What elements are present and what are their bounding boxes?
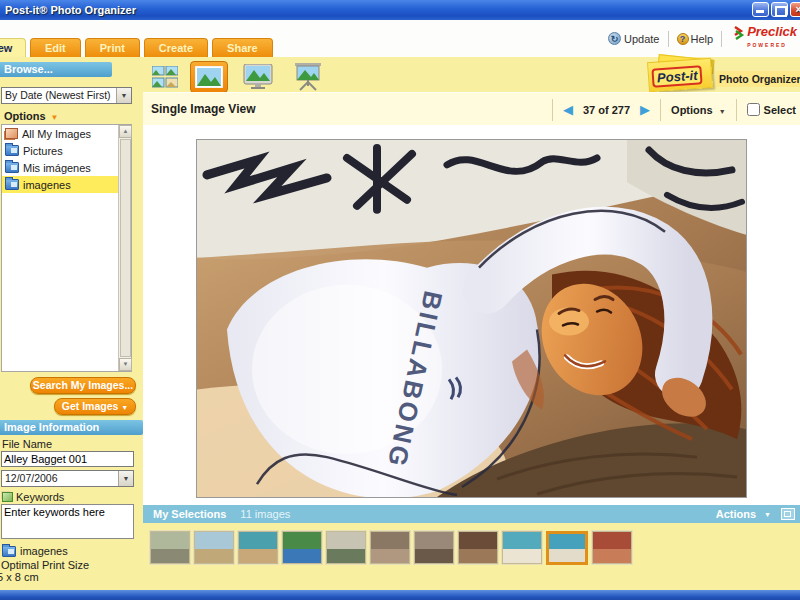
folder-item-pictures[interactable]: Pictures xyxy=(2,142,131,159)
postit-logo: Post-it Photo Organizer xyxy=(644,59,800,95)
print-size-label: Optimal Print Size xyxy=(1,559,89,571)
chevron-down-icon: ▼ xyxy=(719,108,726,115)
thumbnail[interactable] xyxy=(150,531,190,564)
window-title: Post-it® Photo Organizer xyxy=(5,4,136,16)
actions-button[interactable]: Actions ▼ xyxy=(716,508,781,520)
divider xyxy=(668,31,669,47)
keywords-input[interactable]: Enter keywords here xyxy=(1,504,134,539)
thumbnail[interactable] xyxy=(238,531,278,564)
folder-icon xyxy=(5,179,19,190)
image-canvas: BILLABONG xyxy=(143,125,800,505)
previous-image-icon[interactable]: ◀ xyxy=(563,103,573,116)
folder-item-mis-imagenes[interactable]: Mis imágenes xyxy=(2,159,131,176)
app-window: Post-it® Photo Organizer × ↻ Update ? He… xyxy=(0,0,800,600)
sidebar-options-button[interactable]: Options▼ xyxy=(4,110,58,122)
scrollbar-thumb[interactable] xyxy=(120,139,131,357)
divider xyxy=(552,99,553,121)
tab-share[interactable]: Share xyxy=(212,38,273,57)
titlebar: Post-it® Photo Organizer × xyxy=(0,0,800,20)
keywords-label: Keywords xyxy=(2,491,64,503)
print-size-value: 5 x 8 cm xyxy=(0,571,39,583)
tab-edit[interactable]: Edit xyxy=(30,38,81,57)
image-position: 37 of 277 xyxy=(583,104,630,116)
preclick-logo: Preclick POWERED xyxy=(734,26,797,51)
folder-icon xyxy=(2,546,16,557)
thumbnail-view-icon xyxy=(152,66,178,88)
main-photo: BILLABONG xyxy=(196,139,747,498)
divider xyxy=(736,99,737,121)
image-information-header: Image Information xyxy=(0,420,143,435)
chevron-down-icon: ▼ xyxy=(51,113,59,122)
update-button[interactable]: ↻ Update xyxy=(608,32,659,45)
view-toolbar: Post-it Photo Organizer xyxy=(143,57,800,92)
thumbnail[interactable] xyxy=(546,531,588,565)
date-dropdown[interactable]: 12/07/2006 ▼ xyxy=(1,470,134,487)
thumbnail[interactable] xyxy=(458,531,498,564)
thumbnail[interactable] xyxy=(592,531,632,564)
divider xyxy=(721,31,722,47)
dropdown-arrow-icon[interactable]: ▼ xyxy=(118,471,133,486)
slideshow-view-button[interactable] xyxy=(290,60,326,94)
tab-create[interactable]: Create xyxy=(144,38,208,57)
thumbnail[interactable] xyxy=(194,531,234,564)
thumbnail-size-icon[interactable] xyxy=(781,508,795,520)
selections-title: My Selections xyxy=(153,508,226,520)
window-controls: × xyxy=(752,2,800,17)
folder-icon xyxy=(5,145,19,156)
thumbnail[interactable] xyxy=(370,531,410,564)
search-my-images-button[interactable]: Search My Images... xyxy=(30,377,136,394)
chevron-down-icon: ▼ xyxy=(764,511,771,518)
maximize-icon[interactable] xyxy=(771,2,788,17)
divider xyxy=(660,99,661,121)
single-image-view-button[interactable] xyxy=(190,61,228,93)
scroll-down-icon[interactable]: ▼ xyxy=(119,358,132,371)
window-bottom-border xyxy=(0,590,800,600)
my-selections-bar: My Selections 11 images Actions ▼ xyxy=(143,505,800,523)
postit-subtitle: Photo Organizer xyxy=(716,71,800,87)
next-image-icon[interactable]: ▶ xyxy=(640,103,650,116)
folder-item-imagenes[interactable]: imagenes xyxy=(2,176,131,193)
selections-count: 11 images xyxy=(240,508,290,520)
thumbnail[interactable] xyxy=(326,531,366,564)
fullscreen-view-icon xyxy=(243,64,273,90)
scroll-up-icon[interactable]: ▲ xyxy=(119,125,132,138)
sort-dropdown[interactable]: By Date (Newest First) ▼ xyxy=(1,87,132,104)
thumbnail-view-button[interactable] xyxy=(149,63,181,91)
minimize-icon[interactable] xyxy=(752,2,769,17)
thumbnail-strip xyxy=(143,523,800,572)
folder-item-all-my-images[interactable]: All My Images xyxy=(2,125,131,142)
file-name-input[interactable] xyxy=(1,451,134,467)
postit-wordmark: Post-it xyxy=(651,65,703,87)
browse-header: Browse... xyxy=(0,62,112,77)
select-toggle[interactable]: Select xyxy=(747,103,796,116)
view-options-button[interactable]: Options▼ xyxy=(671,104,726,116)
view-title: Single Image View xyxy=(151,102,255,116)
list-scrollbar[interactable]: ▲ ▼ xyxy=(118,125,131,371)
dropdown-arrow-icon[interactable]: ▼ xyxy=(116,88,131,103)
single-image-view-icon xyxy=(195,66,223,88)
top-strip: ↻ Update ? Help Preclick POWERED xyxy=(0,20,800,57)
help-button[interactable]: ? Help xyxy=(677,33,714,45)
select-checkbox[interactable] xyxy=(747,103,760,116)
tab-view[interactable]: View xyxy=(0,38,26,57)
preclick-chevron-icon xyxy=(734,26,747,41)
viewbar: Single Image View ◀ 37 of 277 ▶ Options▼… xyxy=(143,92,800,125)
get-images-button[interactable]: Get Images ▼ xyxy=(54,398,136,415)
keywords-tag-icon xyxy=(2,492,13,502)
fullscreen-view-button[interactable] xyxy=(240,61,276,93)
slideshow-view-icon xyxy=(293,63,323,91)
file-name-label: File Name xyxy=(2,438,52,450)
thumbnail[interactable] xyxy=(414,531,454,564)
thumbnail[interactable] xyxy=(282,531,322,564)
thumbnail[interactable] xyxy=(502,531,542,564)
close-icon[interactable]: × xyxy=(790,2,800,17)
main-area: Post-it Photo Organizer Single Image Vie… xyxy=(143,57,800,590)
chevron-down-icon: ▼ xyxy=(121,404,128,411)
tab-bar: View Edit Print Create Share xyxy=(0,38,277,57)
folder-icon xyxy=(5,162,19,173)
update-globe-icon: ↻ xyxy=(608,32,621,45)
current-folder-row: imagenes xyxy=(2,545,68,557)
folder-list: All My Images Pictures Mis imágenes imag… xyxy=(1,124,132,372)
tab-print[interactable]: Print xyxy=(85,38,140,57)
body: Browse... By Date (Newest First) ▼ Optio… xyxy=(0,57,800,590)
